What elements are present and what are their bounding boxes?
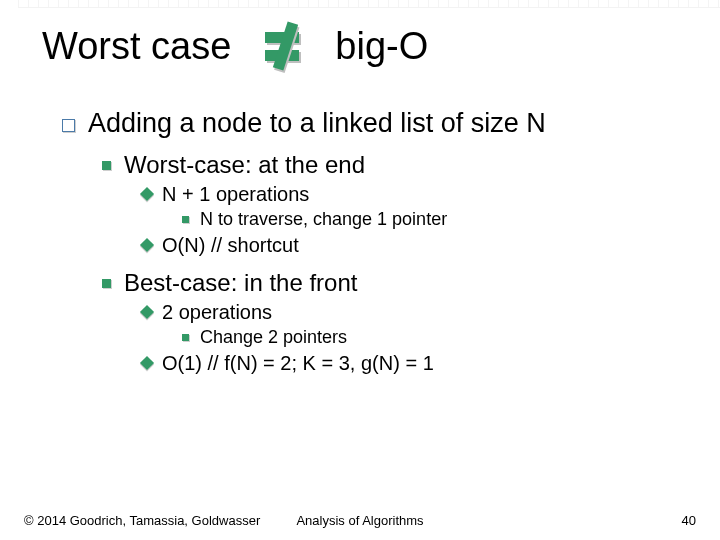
mini-square-bullet-icon [182,334,189,341]
slide-footer: © 2014 Goodrich, Tamassia, Goldwasser An… [24,513,696,528]
text: N to traverse, change 1 pointer [200,209,447,229]
text: Adding a node to a linked list of size N [88,108,546,138]
slide-body: Adding a node to a linked list of size N… [62,108,690,377]
text: 2 operations [162,301,272,323]
text: Best-case: in the front [124,269,357,296]
ruler-decoration [18,0,720,8]
bullet-level-4: Change 2 pointers [182,327,690,348]
footer-copyright: © 2014 Goodrich, Tamassia, Goldwasser [24,513,260,528]
square-bullet-icon [102,161,111,170]
page-number: 40 [682,513,696,528]
bullet-level-3: N + 1 operations [142,183,690,206]
text: O(1) // f(N) = 2; K = 3, g(N) = 1 [162,352,434,374]
slide-title: Worst case big-O [42,24,428,68]
text: Worst-case: at the end [124,151,365,178]
square-bullet-icon [102,279,111,288]
bullet-level-2: Best-case: in the front [102,269,690,297]
mini-square-bullet-icon [182,216,189,223]
bullet-level-3: 2 operations [142,301,690,324]
diamond-bullet-icon [140,305,154,319]
title-right: big-O [335,25,428,68]
bullet-level-2: Worst-case: at the end [102,151,690,179]
text: O(N) // shortcut [162,234,299,256]
title-left: Worst case [42,25,231,68]
text: Change 2 pointers [200,327,347,347]
slide: Worst case big-O Adding a node to a link… [0,0,720,540]
diamond-bullet-icon [140,187,154,201]
square-outline-bullet-icon [62,119,75,132]
bullet-level-4: N to traverse, change 1 pointer [182,209,690,230]
bullet-level-1: Adding a node to a linked list of size N [62,108,690,139]
not-equal-icon [261,24,305,68]
bullet-level-3: O(N) // shortcut [142,234,690,257]
bullet-level-3: O(1) // f(N) = 2; K = 3, g(N) = 1 [142,352,690,375]
text: N + 1 operations [162,183,309,205]
diamond-bullet-icon [140,238,154,252]
diamond-bullet-icon [140,356,154,370]
